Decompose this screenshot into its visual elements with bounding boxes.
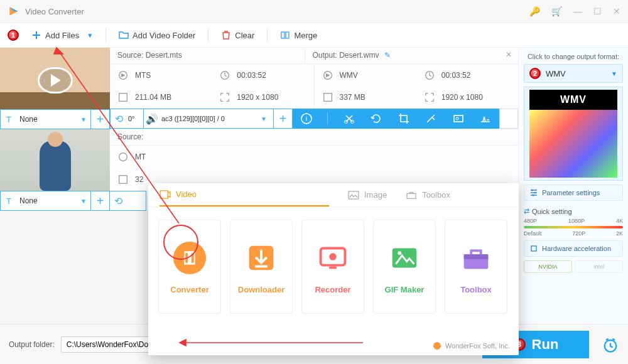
tile-recorder-label: Recorder <box>315 285 350 294</box>
module-popup: Video Image Toolbox Converter <box>148 183 519 355</box>
subtitle-icon[interactable] <box>479 112 492 125</box>
tile-toolbox[interactable]: Toolbox <box>445 220 507 314</box>
schedule-icon[interactable] <box>602 336 619 353</box>
source-label: Source: Desert.mts <box>110 48 305 63</box>
tile-gifmaker[interactable]: GIF Maker <box>373 220 436 314</box>
svg-rect-42 <box>531 246 536 251</box>
svg-rect-29 <box>329 266 337 269</box>
tile-downloader-label: Downloader <box>238 285 284 294</box>
tab-video-label: Video <box>176 190 197 199</box>
svg-rect-19 <box>407 193 416 198</box>
tile-recorder[interactable]: Recorder <box>301 220 364 314</box>
key-icon[interactable]: 🔑 <box>529 6 540 16</box>
subtitle-icon: T <box>1 115 17 124</box>
subtitle-track-2: None <box>17 196 77 205</box>
intel-pill: Intel <box>575 260 623 273</box>
popup-footer: WonderFox Soft, Inc. <box>433 341 510 350</box>
wonderfox-logo-icon <box>433 341 441 350</box>
close-icon[interactable]: ✕ <box>613 6 620 16</box>
quick-setting-label: Quick setting <box>532 208 572 215</box>
clear-button[interactable]: Clear <box>215 28 261 43</box>
out-format: WMV <box>340 71 358 80</box>
folder-icon <box>119 30 129 40</box>
step-badge-2: 2 <box>529 68 541 79</box>
src-res: 1920 x 1080 <box>237 93 278 102</box>
remove-file-button[interactable]: ✕ <box>499 48 518 63</box>
downloader-icon <box>243 240 279 276</box>
info-icon[interactable]: i <box>300 112 313 125</box>
video-icon <box>160 190 171 199</box>
tile-gifmaker-label: GIF Maker <box>385 285 425 294</box>
edit-icon[interactable]: ✎ <box>384 51 391 60</box>
audio-track: ac3 ([129][0][0][0] / 0 <box>160 115 261 122</box>
format-icon <box>117 70 129 81</box>
resolution-icon <box>424 92 435 103</box>
format-preview-label: WMV <box>529 90 618 110</box>
svg-point-28 <box>329 253 337 260</box>
merge-icon <box>280 30 290 40</box>
tab-image[interactable]: Image <box>348 190 387 206</box>
svg-point-14 <box>456 117 458 120</box>
hardware-accel-button[interactable]: Hardware acceleration <box>524 240 623 257</box>
popup-footer-text: WonderFox Soft, Inc. <box>445 342 510 350</box>
svg-point-41 <box>533 195 534 196</box>
output-format-button[interactable]: 2 WMV ▼ <box>524 64 623 83</box>
out-size: 337 MB <box>340 93 365 102</box>
merge-button[interactable]: Merge <box>274 28 323 43</box>
quick-setting-panel: ⇄Quick setting 480P1080P4K Default720P2K <box>524 205 623 237</box>
parameter-settings-button[interactable]: Parameter settings <box>524 185 623 201</box>
tab-toolbox[interactable]: Toolbox <box>406 190 450 206</box>
svg-rect-18 <box>349 191 359 198</box>
filesize-icon <box>117 92 129 103</box>
format-preview[interactable]: WMV <box>524 87 623 181</box>
image-icon <box>348 191 359 200</box>
svg-point-12 <box>433 115 435 116</box>
add-subtitle-button[interactable]: + <box>90 110 109 129</box>
chip-icon <box>529 244 538 253</box>
src-duration: 00:03:52 <box>237 71 266 80</box>
tab-video[interactable]: Video <box>160 190 329 206</box>
svg-rect-17 <box>160 190 168 198</box>
add-subtitle-button[interactable]: + <box>90 191 109 210</box>
cut-icon[interactable] <box>343 112 355 125</box>
chevron-down-icon[interactable]: ▼ <box>77 198 90 205</box>
subtitle-icon: T <box>1 196 17 206</box>
format-icon <box>322 70 333 81</box>
play-icon[interactable] <box>38 67 73 94</box>
output-format-header: Click to change output format: <box>524 53 623 60</box>
maximize-icon[interactable]: ☐ <box>593 6 602 16</box>
svg-point-34 <box>433 342 441 350</box>
effects-icon[interactable] <box>425 112 437 125</box>
run-label: Run <box>532 336 559 353</box>
add-files-button[interactable]: Add Files ▼ <box>25 28 99 43</box>
watermark-icon[interactable] <box>452 112 465 125</box>
chevron-down-icon[interactable]: ▼ <box>77 116 90 123</box>
svg-rect-0 <box>281 32 284 38</box>
rotate-icon[interactable]: ⟲ <box>110 195 126 207</box>
tile-toolbox-label: Toolbox <box>460 285 492 294</box>
trash-icon <box>221 30 231 40</box>
cart-icon[interactable]: 🛒 <box>551 6 562 16</box>
src-format-2: MT <box>135 153 146 161</box>
app-title: Video Converter <box>25 7 529 16</box>
tab-toolbox-label: Toolbox <box>422 190 450 200</box>
svg-point-40 <box>534 192 536 194</box>
tab-image-label: Image <box>364 190 387 200</box>
rotate-icon[interactable]: ⟲ <box>111 113 127 125</box>
quality-slider[interactable] <box>524 226 623 228</box>
add-audio-button[interactable]: + <box>273 109 292 128</box>
filesize-icon <box>117 174 129 185</box>
svg-rect-24 <box>192 253 194 262</box>
merge-label: Merge <box>294 31 317 40</box>
chevron-down-icon[interactable]: ▼ <box>261 115 273 122</box>
format-icon <box>117 151 129 163</box>
crop-icon[interactable] <box>398 112 410 125</box>
add-folder-button[interactable]: Add Video Folder <box>112 28 202 43</box>
tile-converter-label: Converter <box>170 285 208 294</box>
tile-converter[interactable]: Converter <box>158 220 221 314</box>
minimize-icon[interactable]: — <box>573 6 582 16</box>
tile-downloader[interactable]: Downloader <box>230 220 293 314</box>
step-badge-1: 1 <box>8 29 19 41</box>
main-toolbar: 1 Add Files ▼ Add Video Folder Clear Mer… <box>0 23 628 48</box>
rotate-icon[interactable] <box>370 112 382 125</box>
